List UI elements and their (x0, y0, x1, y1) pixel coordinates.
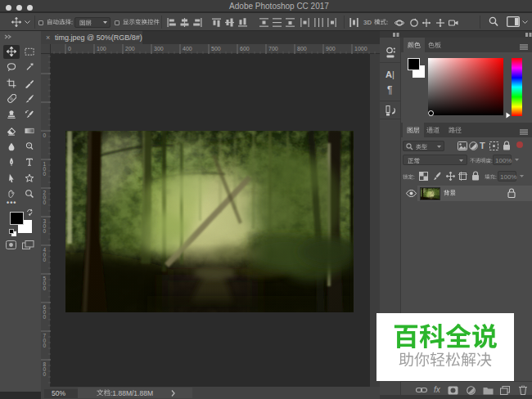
svg-text:0: 0 (43, 171, 47, 177)
svg-text:0: 0 (43, 343, 47, 348)
svg-text:0: 0 (43, 257, 47, 262)
svg-text:0: 0 (43, 200, 47, 205)
svg-text:100: 100 (97, 46, 106, 52)
svg-text:0: 0 (43, 228, 47, 234)
svg-text:300: 300 (154, 46, 164, 52)
svg-text:800: 800 (297, 46, 307, 52)
svg-text:0: 0 (43, 132, 47, 138)
svg-text:200: 200 (125, 46, 135, 52)
svg-text:500: 500 (211, 46, 221, 52)
svg-text:1000: 1000 (354, 46, 367, 52)
svg-text:0: 0 (43, 314, 47, 320)
svg-text:0: 0 (68, 46, 71, 52)
svg-text:0: 0 (43, 371, 47, 377)
svg-text:700: 700 (268, 46, 278, 52)
svg-text:600: 600 (240, 46, 250, 52)
svg-text:400: 400 (183, 46, 192, 52)
svg-text:0: 0 (43, 285, 47, 291)
svg-text:900: 900 (326, 46, 336, 52)
